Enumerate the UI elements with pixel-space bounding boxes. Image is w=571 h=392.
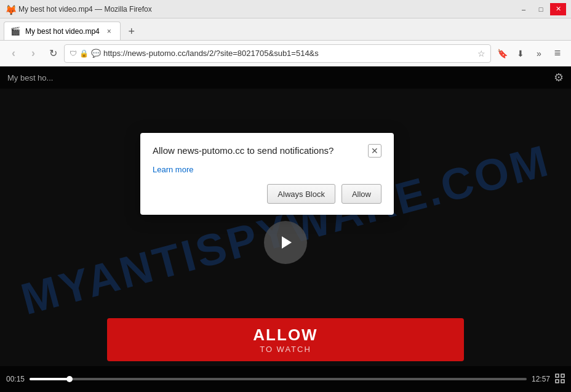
svg-rect-1 xyxy=(556,374,559,377)
reload-button[interactable]: ↻ xyxy=(44,45,62,62)
tab-title: My best hot video.mp4 xyxy=(25,27,100,36)
active-tab[interactable]: 🎬 My best hot video.mp4 × xyxy=(4,22,121,40)
titlebar: 🦊 My best hot video.mp4 — Mozilla Firefo… xyxy=(0,0,571,18)
window-controls: – □ ✕ xyxy=(516,3,566,15)
more-tools-button[interactable]: » xyxy=(530,45,548,62)
notification-icon: 💬 xyxy=(91,49,101,58)
always-block-button[interactable]: Always Block xyxy=(267,184,335,204)
url-text: https://news-putomo.cc/lands/2/?site=802… xyxy=(103,49,475,58)
forward-button[interactable]: › xyxy=(25,45,42,62)
urlbar-security-icons: 🛡 🔒 💬 xyxy=(70,49,101,58)
allow-notifications-button[interactable]: Allow xyxy=(341,184,381,204)
dialog-close-button[interactable]: ✕ xyxy=(368,144,381,158)
learn-more-link[interactable]: Learn more xyxy=(153,165,381,174)
navbar-right-controls: 🔖 ⬇ » ≡ xyxy=(493,45,566,62)
dialog-header: Allow news-putomo.cc to send notificatio… xyxy=(153,144,381,158)
play-icon xyxy=(277,234,294,251)
dialog-action-buttons: Always Block Allow xyxy=(153,184,381,204)
allow-cta-button[interactable]: ALLOW TO WATCH xyxy=(107,318,464,361)
play-button[interactable] xyxy=(264,221,307,264)
svg-rect-3 xyxy=(556,380,559,383)
video-time-current: 00:15 xyxy=(6,375,25,383)
notification-permission-dialog: Allow news-putomo.cc to send notificatio… xyxy=(140,133,394,215)
minimize-button[interactable]: – xyxy=(516,3,532,15)
play-button-container xyxy=(264,221,307,264)
video-topbar: My best ho... ⚙ xyxy=(0,66,571,89)
window-title: My best hot video.mp4 — Mozilla Firefox xyxy=(18,5,152,14)
navbar: ‹ › ↻ 🛡 🔒 💬 https://news-putomo.cc/lands… xyxy=(0,41,571,66)
video-time-total: 12:57 xyxy=(532,375,550,383)
allow-cta-main-text: ALLOW xyxy=(253,326,317,345)
titlebar-left: 🦊 My best hot video.mp4 — Mozilla Firefo… xyxy=(5,4,152,14)
menu-button[interactable]: ≡ xyxy=(549,45,566,62)
tab-favicon-icon: 🎬 xyxy=(10,26,20,36)
browser-content: MYANTISPYWARE.COM My best ho... ⚙ ALLOW … xyxy=(0,66,571,392)
shield-icon: 🛡 xyxy=(70,49,77,58)
pocket-button[interactable]: 🔖 xyxy=(493,45,511,62)
new-tab-button[interactable]: + xyxy=(123,23,140,40)
fullscreen-icon xyxy=(555,374,565,383)
video-progress-bar[interactable] xyxy=(30,378,527,380)
firefox-logo-icon: 🦊 xyxy=(5,4,15,14)
maximize-button[interactable]: □ xyxy=(533,3,549,15)
back-button[interactable]: ‹ xyxy=(5,45,22,62)
fullscreen-button[interactable] xyxy=(555,374,565,385)
dialog-title-text: Allow news-putomo.cc to send notificatio… xyxy=(153,144,362,157)
lock-icon: 🔒 xyxy=(79,49,89,58)
bookmark-star-icon[interactable]: ☆ xyxy=(477,49,485,58)
svg-marker-0 xyxy=(282,236,292,249)
video-progress-filled xyxy=(30,378,70,380)
allow-cta-sub-text: TO WATCH xyxy=(260,345,311,354)
video-settings-icon[interactable]: ⚙ xyxy=(554,71,564,84)
svg-rect-2 xyxy=(561,374,564,377)
svg-rect-4 xyxy=(561,380,564,383)
video-title-text: My best ho... xyxy=(7,73,53,82)
tab-close-button[interactable]: × xyxy=(105,26,114,37)
tabbar: 🎬 My best hot video.mp4 × + xyxy=(0,18,571,41)
close-window-button[interactable]: ✕ xyxy=(550,3,566,15)
video-controls-bar: 00:15 12:57 xyxy=(0,366,571,392)
video-player: MYANTISPYWARE.COM My best ho... ⚙ ALLOW … xyxy=(0,66,571,392)
video-progress-dot xyxy=(66,376,73,382)
urlbar[interactable]: 🛡 🔒 💬 https://news-putomo.cc/lands/2/?si… xyxy=(64,44,491,63)
download-button[interactable]: ⬇ xyxy=(512,45,529,62)
